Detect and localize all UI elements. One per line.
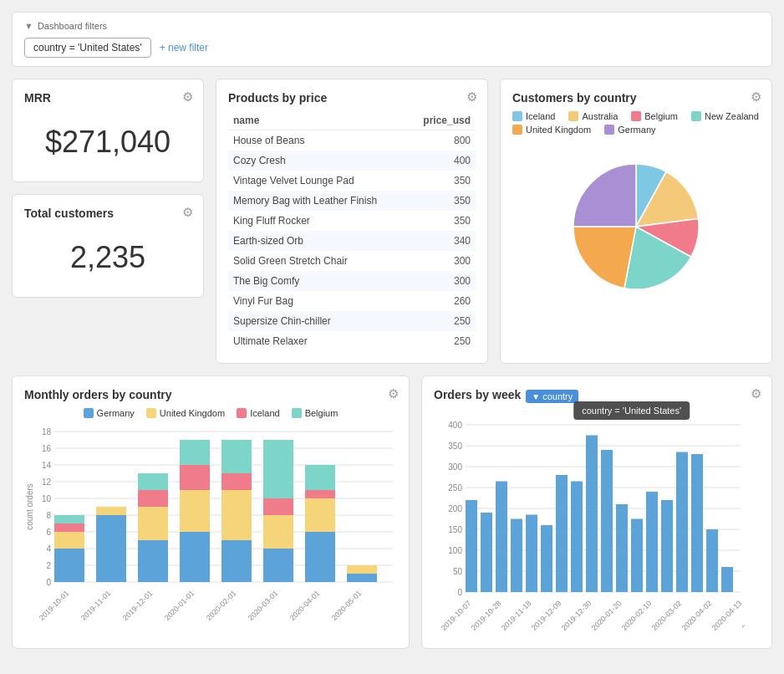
svg-text:16: 16 [42,444,52,453]
bar-segment [54,523,84,532]
bar-segment [221,490,252,540]
bar-segment [180,532,210,582]
bar-segment [221,540,252,582]
bar-segment [96,515,126,582]
monthly-orders-gear-icon[interactable]: ⚙ [388,386,399,401]
legend-color [146,408,156,418]
product-price: 250 [409,331,476,351]
monthly-orders-title: Monthly orders by country [24,388,397,401]
bar [691,454,703,592]
legend-item: Belgium [631,111,678,121]
product-name: Supersize Chin-chiller [228,311,409,331]
products-gear-icon[interactable]: ⚙ [466,89,477,105]
legend-label: Australia [582,111,618,121]
top-row: MRR ⚙ $271,040 Total customers ⚙ 2,235 P… [12,79,772,364]
svg-text:50: 50 [453,567,463,576]
bottom-row: Monthly orders by country ⚙ GermanyUnite… [12,375,772,649]
bar [571,482,583,593]
legend-item: Australia [568,111,618,121]
orders-week-gear-icon[interactable]: ⚙ [751,386,761,401]
legend-label: Iceland [526,111,555,121]
svg-text:2019-11-18: 2019-11-18 [500,599,533,632]
orders-by-week-title: Orders by week [434,388,521,401]
product-price: 340 [409,231,476,251]
product-name: Vintage Velvet Lounge Pad [228,171,409,191]
legend-label: Germany [97,408,135,418]
svg-text:12: 12 [42,477,52,487]
legend-item: United Kingdom [146,408,225,418]
total-customers-title: Total customers [24,207,191,220]
legend-color [604,125,614,135]
legend-color [512,125,522,135]
bar [481,513,492,592]
bar-segment [305,532,335,582]
orders-week-bar-chart: 0501001502002503003504002019-10-072019-1… [434,416,745,634]
total-customers-gear-icon[interactable]: ⚙ [182,205,193,220]
svg-text:2: 2 [46,561,51,570]
filter-tag-icon: ▼ [532,392,540,401]
bar [586,436,598,593]
bar-segment [305,498,335,532]
bar [466,500,477,592]
bar-segment [347,574,377,582]
svg-text:6: 6 [46,528,51,537]
pie-legend: IcelandAustraliaBelgiumNew ZealandUnited… [512,111,760,135]
svg-text:2020-02-10: 2020-02-10 [620,599,654,632]
monthly-orders-card: Monthly orders by country ⚙ GermanyUnite… [12,375,410,649]
legend-label: Belgium [305,408,339,418]
table-row: Supersize Chin-chiller250 [228,311,476,331]
product-name: King Fluff Rocker [228,211,409,231]
mrr-value: $271,040 [24,125,191,160]
svg-text:150: 150 [448,525,462,534]
bar-segment [54,549,84,582]
mrr-gear-icon[interactable]: ⚙ [182,89,193,105]
product-price: 400 [409,151,476,171]
svg-text:4: 4 [46,544,51,554]
filter-icon: ▼ [24,21,33,31]
bar-segment [96,507,126,515]
new-filter-button[interactable]: + new filter [160,42,208,54]
product-price: 250 [409,311,476,331]
customers-country-gear-icon[interactable]: ⚙ [751,89,761,105]
table-row: Earth-sized Orb340 [228,231,476,251]
product-name: Cozy Cresh [228,151,409,171]
customers-by-country-title: Customers by country [512,91,760,105]
svg-text:100: 100 [448,546,462,555]
active-filter-chip[interactable]: country = 'United States' [24,38,151,58]
svg-text:400: 400 [448,421,462,430]
table-row: Memory Bag with Leather Finish350 [228,191,476,211]
bar [496,482,507,593]
bar [511,519,522,593]
bar [541,525,552,592]
table-row: House of Beans800 [228,130,476,151]
bar [646,492,658,592]
svg-text:8: 8 [46,511,51,520]
bar [706,529,718,592]
product-name: The Big Comfy [228,271,409,291]
legend-item: Germany [604,125,655,135]
svg-text:2020-03-02: 2020-03-02 [650,599,684,632]
bar-segment [54,532,84,549]
svg-text:2020-03-01: 2020-03-01 [247,589,280,622]
svg-text:2019-10-01: 2019-10-01 [38,589,71,622]
bar-segment [54,515,84,523]
svg-text:2019-12-01: 2019-12-01 [121,589,155,622]
bar-segment [138,540,168,582]
table-row: Cozy Cresh400 [228,151,476,171]
product-name: Vinyl Fur Bag [228,291,409,311]
customers-by-country-card: Customers by country ⚙ IcelandAustraliaB… [500,79,772,364]
legend-label: Iceland [250,408,279,418]
bar-segment [138,490,168,507]
bar-segment [263,549,293,582]
product-name: Earth-sized Orb [228,231,409,251]
svg-text:0: 0 [46,578,51,587]
bar-segment [180,490,210,532]
bar-segment [138,507,168,540]
orders-filter-tag[interactable]: ▼ country [526,390,578,403]
svg-text:2020-01-20: 2020-01-20 [590,599,624,632]
table-row: Vinyl Fur Bag260 [228,291,476,311]
product-price: 350 [409,191,476,211]
legend-item: Iceland [512,111,555,121]
pie-slice [573,227,636,288]
legend-item: Belgium [292,408,339,418]
